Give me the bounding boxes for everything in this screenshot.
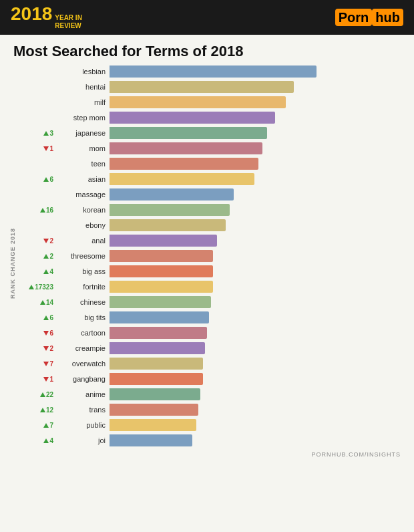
rank-change-value: 3 <box>49 130 53 137</box>
bar <box>110 188 234 201</box>
rank-change: 7 <box>19 422 57 429</box>
bar-wrapper <box>110 96 401 108</box>
term-label: chinese <box>57 298 110 306</box>
up-arrow-icon <box>43 131 49 136</box>
rank-change-value: 2 <box>49 237 53 245</box>
bar <box>110 419 196 431</box>
bar <box>110 81 294 93</box>
bar-wrapper <box>110 142 401 154</box>
review-line1: YEAR IN <box>55 14 82 22</box>
bar <box>110 373 203 385</box>
rank-change: 2 <box>19 253 57 260</box>
down-arrow-icon <box>43 346 49 351</box>
pornhub-logo: Pornhub <box>335 10 403 25</box>
rank-change-value: 1 <box>49 145 53 152</box>
term-label: asian <box>57 175 110 183</box>
bar <box>110 219 226 231</box>
down-arrow-icon <box>43 331 49 336</box>
logo-hub: hub <box>372 9 403 26</box>
rank-change: 22 <box>19 391 57 398</box>
bar <box>110 112 275 124</box>
term-label: cartoon <box>57 329 110 337</box>
bar-wrapper <box>110 296 401 308</box>
chart-row: 4joi <box>19 433 401 448</box>
chart-row: 12trans <box>19 402 401 417</box>
bar <box>110 235 217 247</box>
chart-row: milf <box>19 95 401 110</box>
rank-change: 4 <box>19 437 57 444</box>
down-arrow-icon <box>43 362 49 366</box>
rank-change: 2 <box>19 345 57 352</box>
up-arrow-icon <box>43 315 49 320</box>
bar-wrapper <box>110 127 401 139</box>
bar-wrapper <box>110 265 401 277</box>
rank-change: 6 <box>19 329 57 337</box>
chart-row: teen <box>19 156 401 171</box>
bar-wrapper <box>110 173 401 185</box>
rank-change-value: 4 <box>49 268 53 275</box>
bar-wrapper <box>110 188 401 201</box>
term-label: teen <box>57 160 110 168</box>
down-arrow-icon <box>43 146 49 151</box>
rank-change-value: 16 <box>46 207 53 214</box>
rank-axis-label: RANK CHANGE 2018 <box>7 78 19 448</box>
rank-change-value: 2 <box>49 253 53 260</box>
term-label: public <box>57 421 110 429</box>
rank-change: 2 <box>19 237 57 245</box>
chart-row: 17323fortnite <box>19 279 401 294</box>
rank-change-value: 7 <box>49 422 53 429</box>
term-label: threesome <box>57 252 110 260</box>
bar-wrapper <box>110 112 401 124</box>
bar <box>110 327 207 339</box>
chart-row: 3japanese <box>19 126 401 140</box>
review-line2: REVIEW <box>55 22 82 30</box>
rank-change-value: 6 <box>49 176 53 183</box>
up-arrow-icon <box>40 208 45 213</box>
chart-row: step mom <box>19 110 401 125</box>
logo-porn: Porn <box>335 9 373 26</box>
bar-wrapper <box>110 327 401 339</box>
term-label: lesbian <box>57 68 110 76</box>
term-label: step mom <box>57 114 110 122</box>
bar <box>110 204 230 216</box>
rank-change-value: 6 <box>49 314 53 321</box>
rank-change: 14 <box>19 299 57 306</box>
bar <box>110 250 213 262</box>
bar <box>110 434 192 446</box>
bar-wrapper <box>110 65 401 78</box>
term-label: massage <box>57 190 110 198</box>
year-in-review-logo: 2018 YEAR IN REVIEW <box>11 5 82 30</box>
chart-row: lesbian <box>19 64 401 79</box>
bar-wrapper <box>110 281 401 293</box>
rank-change: 12 <box>19 406 57 414</box>
term-label: milf <box>57 98 110 106</box>
up-arrow-icon <box>40 300 45 305</box>
bar-wrapper <box>110 388 401 400</box>
chart-row: 2threesome <box>19 249 401 263</box>
rank-change: 16 <box>19 207 57 214</box>
term-label: korean <box>57 206 110 214</box>
bar <box>110 358 203 370</box>
term-label: trans <box>57 406 110 414</box>
review-lines: YEAR IN REVIEW <box>55 14 82 30</box>
bar <box>110 265 213 277</box>
bar-wrapper <box>110 204 401 216</box>
rank-change-value: 22 <box>46 391 53 398</box>
bar <box>110 311 209 323</box>
up-arrow-icon <box>40 392 45 397</box>
rank-change: 7 <box>19 360 57 368</box>
bar <box>110 404 198 416</box>
bar-wrapper <box>110 373 401 385</box>
term-label: ebony <box>57 221 110 229</box>
bar-wrapper <box>110 434 401 446</box>
chart-row: 22anime <box>19 387 401 402</box>
bar-wrapper <box>110 358 401 370</box>
down-arrow-icon <box>43 239 49 243</box>
rank-change-value: 6 <box>49 329 53 337</box>
rank-change-value: 4 <box>49 437 53 444</box>
bar-wrapper <box>110 342 401 354</box>
rank-change-value: 2 <box>49 345 53 352</box>
term-label: big tits <box>57 313 110 321</box>
term-label: fortnite <box>57 283 110 291</box>
rank-change: 1 <box>19 376 57 383</box>
